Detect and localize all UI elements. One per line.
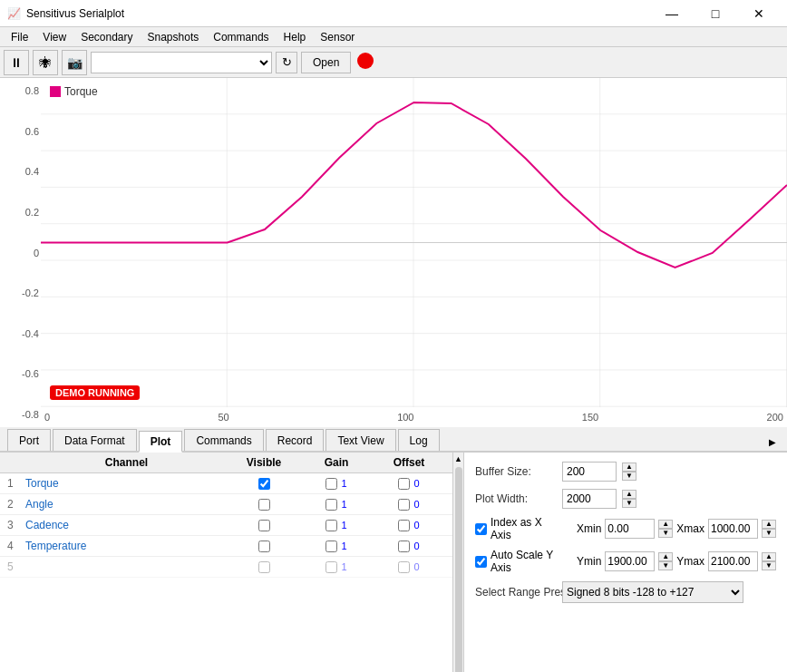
- xmin-max-group: Xmin ▲ ▼ Xmax ▲ ▼: [577, 519, 776, 539]
- ymin-up[interactable]: ▲: [658, 552, 673, 561]
- menu-view[interactable]: View: [35, 29, 73, 45]
- toolbar: ⏸ 🕷 📷 ↻ Open: [0, 47, 787, 78]
- xmin-down[interactable]: ▼: [658, 529, 673, 538]
- plot-width-down[interactable]: ▼: [622, 499, 636, 508]
- ch-name-3[interactable]: Cadence: [25, 519, 228, 531]
- tab-data-format[interactable]: Data Format: [53, 429, 137, 451]
- ch-num-4: 4: [7, 540, 25, 552]
- menu-file[interactable]: File: [4, 29, 35, 45]
- xmin-input[interactable]: [605, 519, 655, 539]
- ch-gain-checkbox-3[interactable]: [325, 520, 337, 531]
- xmax-spinner[interactable]: ▲ ▼: [762, 520, 776, 538]
- port-dropdown[interactable]: [91, 52, 272, 73]
- tab-text-view[interactable]: Text View: [325, 429, 395, 451]
- ymin-down[interactable]: ▼: [658, 561, 673, 570]
- ch-visible-checkbox-1[interactable]: [258, 478, 270, 490]
- buffer-size-input[interactable]: [562, 462, 617, 482]
- ch-num-5: 5: [7, 560, 25, 573]
- menu-commands[interactable]: Commands: [206, 29, 276, 45]
- menu-secondary[interactable]: Secondary: [73, 29, 140, 45]
- ymax-spinner[interactable]: ▲ ▼: [762, 552, 776, 570]
- camera-button[interactable]: 🕷: [33, 50, 58, 75]
- buffer-size-label: Buffer Size:: [475, 465, 557, 478]
- ch-offset-checkbox-1[interactable]: [398, 478, 410, 490]
- range-preset-select[interactable]: Signed 8 bits -128 to +127 Unsigned 8 bi…: [562, 581, 743, 603]
- ch-visible-checkbox-4[interactable]: [258, 541, 270, 552]
- ch-gain-checkbox-4[interactable]: [325, 541, 337, 552]
- index-x-row: Index as X Axis Xmin ▲ ▼ Xmax ▲ ▼: [475, 516, 776, 541]
- ch-visible-checkbox-3[interactable]: [258, 520, 270, 531]
- y-axis: 0.8 0.6 0.4 0.2 0 -0.2 -0.4 -0.6 -0.8: [0, 78, 41, 427]
- channels-header: Channel Visible Gain Offset: [0, 453, 452, 473]
- ymin-input[interactable]: [605, 551, 655, 571]
- ch-gain-val-5: 1: [341, 561, 346, 572]
- range-preset-row: Select Range Preset: Signed 8 bits -128 …: [475, 581, 776, 603]
- ch-name-2[interactable]: Angle: [25, 498, 228, 511]
- ch-offset-checkbox-5[interactable]: [398, 561, 410, 573]
- buffer-size-spinner[interactable]: ▲ ▼: [622, 463, 636, 481]
- tab-log[interactable]: Log: [398, 429, 440, 451]
- auto-scale-y-checkbox[interactable]: [475, 556, 487, 568]
- menu-help[interactable]: Help: [277, 29, 314, 45]
- col-channel: Channel: [25, 456, 228, 469]
- index-x-label: Index as X Axis: [475, 516, 564, 541]
- legend-color-torque: [50, 86, 61, 97]
- open-button[interactable]: Open: [301, 52, 351, 73]
- tab-scroll-right[interactable]: ▶: [765, 433, 780, 451]
- ymax-up[interactable]: ▲: [762, 552, 776, 561]
- maximize-button[interactable]: □: [695, 0, 736, 27]
- ymax-input[interactable]: [708, 551, 758, 571]
- ch-gain-2: 1: [300, 499, 373, 511]
- xmin-spinner[interactable]: ▲ ▼: [658, 520, 673, 538]
- stop-button[interactable]: [355, 52, 376, 73]
- menu-sensor[interactable]: Sensor: [313, 29, 362, 45]
- col-gain: Gain: [300, 456, 373, 469]
- ch-gain-checkbox-1[interactable]: [325, 478, 337, 490]
- ch-gain-checkbox-2[interactable]: [325, 499, 337, 511]
- tab-plot[interactable]: Plot: [139, 431, 183, 453]
- channel-row-2: 2 Angle 1 0: [0, 494, 452, 515]
- titlebar-controls: — □ ✕: [651, 0, 780, 27]
- pause-button[interactable]: ⏸: [4, 50, 29, 75]
- menubar: File View Secondary Snapshots Commands H…: [0, 27, 787, 47]
- ch-name-1[interactable]: Torque: [25, 477, 228, 490]
- ch-gain-checkbox-5[interactable]: [325, 561, 337, 573]
- xmin-up[interactable]: ▲: [658, 520, 673, 529]
- ch-offset-checkbox-4[interactable]: [398, 541, 410, 552]
- ch-visible-checkbox-2[interactable]: [258, 499, 270, 511]
- minimize-button[interactable]: —: [651, 0, 693, 27]
- index-x-checkbox[interactable]: [475, 523, 487, 535]
- tab-commands[interactable]: Commands: [184, 429, 263, 451]
- xmax-up[interactable]: ▲: [762, 520, 776, 529]
- ch-offset-checkbox-3[interactable]: [398, 520, 410, 531]
- xmax-down[interactable]: ▼: [762, 529, 776, 538]
- scroll-up[interactable]: ▲: [454, 454, 462, 463]
- tab-port[interactable]: Port: [7, 429, 51, 451]
- screenshot-button[interactable]: 📷: [62, 50, 87, 75]
- ymin-max-group: Ymin ▲ ▼ Ymax ▲ ▼: [577, 551, 776, 571]
- plot-legend: Torque: [50, 85, 98, 98]
- xmax-input[interactable]: [708, 519, 758, 539]
- tab-record[interactable]: Record: [266, 429, 325, 451]
- xmax-label: Xmax: [676, 522, 704, 535]
- ch-offset-4: 0: [373, 541, 445, 552]
- menu-snapshots[interactable]: Snapshots: [141, 29, 207, 45]
- channel-row-1: 1 Torque 1 0: [0, 473, 452, 494]
- ymax-label: Ymax: [676, 555, 704, 568]
- refresh-button[interactable]: ↻: [276, 52, 297, 73]
- ch-offset-3: 0: [373, 520, 445, 531]
- close-button[interactable]: ✕: [738, 0, 780, 27]
- plot-width-up[interactable]: ▲: [622, 490, 636, 499]
- plot-width-spinner[interactable]: ▲ ▼: [622, 490, 636, 508]
- plot-width-input[interactable]: [562, 489, 617, 509]
- buffer-size-down[interactable]: ▼: [622, 472, 636, 481]
- buffer-size-up[interactable]: ▲: [622, 463, 636, 472]
- ch-visible-checkbox-5[interactable]: [258, 561, 270, 573]
- ch-visible-1: [228, 478, 300, 490]
- channels-scrollbar[interactable]: ▲ ▼: [453, 453, 464, 672]
- scroll-thumb[interactable]: [455, 467, 462, 672]
- ch-name-4[interactable]: Temperature: [25, 540, 228, 552]
- ymin-spinner[interactable]: ▲ ▼: [658, 552, 673, 570]
- ch-offset-checkbox-2[interactable]: [398, 499, 410, 511]
- ymax-down[interactable]: ▼: [762, 561, 776, 570]
